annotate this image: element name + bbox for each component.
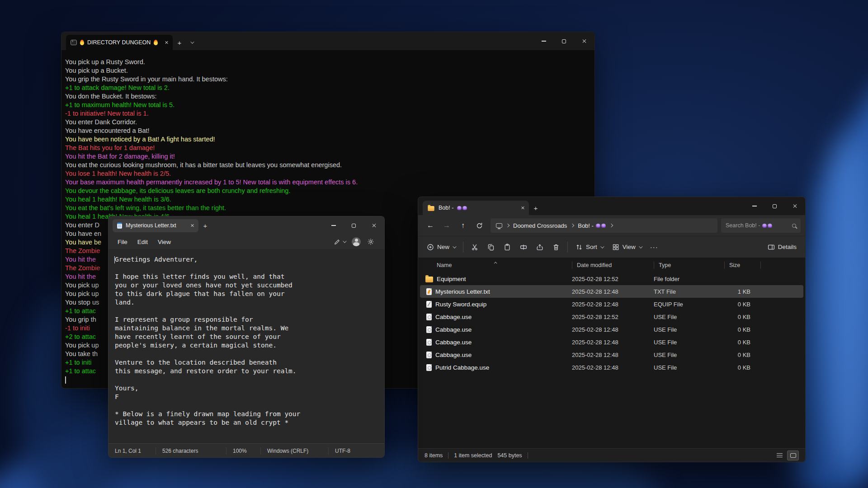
explorer-titlebar: Bob! - + (418, 197, 805, 215)
settings-gear-icon[interactable] (367, 238, 374, 245)
new-button[interactable]: New (423, 240, 459, 254)
file-type: USE File (654, 326, 724, 333)
editor-text: Greetings Adventurer, I hope this letter… (108, 249, 384, 427)
account-icon[interactable] (352, 237, 361, 246)
minimize-button[interactable] (744, 197, 764, 215)
breadcrumb-chevron-icon[interactable] (571, 224, 574, 227)
notepad-tab[interactable]: Mysterious Letter.txt (113, 219, 198, 232)
terminal-line: You pick up a Bucket. (65, 66, 590, 75)
search-placeholder: Search Bob! - (726, 222, 760, 229)
large-icons-view-toggle[interactable] (787, 450, 799, 460)
zoom-level[interactable]: 100% (226, 447, 260, 455)
terminal-line: You have encountered a Bat! (65, 127, 590, 135)
menu-view[interactable]: View (153, 236, 175, 248)
explorer-app-icon (428, 206, 434, 211)
terminal-line: +1 to attack damage! New total is 2. (65, 84, 590, 92)
new-tab-button[interactable]: + (173, 35, 186, 50)
share-button[interactable] (532, 239, 547, 255)
delete-button[interactable] (548, 239, 564, 255)
cursor-position: Ln 1, Col 1 (108, 447, 156, 455)
this-pc-icon (496, 223, 502, 228)
details-view-toggle[interactable] (774, 450, 785, 460)
monster-emoji-pair (596, 224, 606, 228)
maximize-button[interactable] (344, 216, 364, 235)
breadcrumb-chevron-icon[interactable] (506, 224, 509, 227)
explorer-statusbar: 8 items 1 item selected 545 bytes (418, 448, 805, 462)
file-date-modified: 2025-02-28 12:48 (572, 339, 654, 346)
refresh-button[interactable] (472, 218, 487, 233)
terminal-cursor (65, 376, 66, 384)
file-name: Cabbage.use (435, 326, 472, 333)
terminal-line: You eat the curious looking mushroom, it… (65, 161, 590, 169)
file-name: Rusty Sword.equip (435, 301, 486, 308)
file-row[interactable]: Rusty Sword.equip 2025-02-28 12:48 EQUIP… (420, 298, 803, 310)
close-button[interactable] (574, 32, 594, 50)
copy-button[interactable] (483, 239, 499, 255)
file-name: Putrid Cabbage.use (435, 364, 489, 371)
text-editor[interactable]: Greetings Adventurer, I hope this letter… (108, 249, 384, 443)
view-button[interactable]: View (608, 240, 646, 254)
back-button[interactable]: ← (423, 218, 438, 233)
more-options-button[interactable]: ··· (646, 243, 662, 251)
tab-dropdown-button[interactable] (186, 35, 197, 50)
file-row[interactable]: Putrid Cabbage.use 2025-02-28 12:48 USE … (420, 361, 803, 374)
file-date-modified: 2025-02-28 12:48 (572, 288, 654, 295)
close-button[interactable] (364, 216, 384, 235)
forward-button[interactable]: → (439, 218, 454, 233)
paste-button[interactable] (500, 239, 515, 255)
cut-button[interactable] (467, 239, 482, 255)
column-headers: Name Date modified Type Size (418, 258, 805, 272)
details-pane-button[interactable]: Details (764, 240, 801, 254)
sort-button[interactable]: Sort (571, 240, 607, 254)
explorer-toolbar: New Sort View ··· (418, 236, 805, 258)
file-date-modified: 2025-02-28 12:48 (572, 326, 654, 333)
minimize-button[interactable] (323, 216, 344, 235)
new-tab-button[interactable]: + (529, 201, 542, 215)
file-row[interactable]: Equipment 2025-02-28 12:52 File folder (420, 272, 803, 285)
menu-edit[interactable]: Edit (133, 236, 152, 248)
notepad-menubar: File Edit View (108, 235, 384, 249)
terminal-tab[interactable]: DIRECTORY DUNGEON (66, 35, 173, 50)
file-name: Cabbage.use (435, 339, 472, 346)
file-row[interactable]: Cabbage.use 2025-02-28 12:48 USE File 0 … (420, 323, 803, 336)
column-header-name[interactable]: Name (437, 262, 572, 269)
up-button[interactable]: ↑ (455, 218, 471, 233)
maximize-button[interactable] (554, 32, 574, 50)
breadcrumb-chevron-icon[interactable] (609, 224, 613, 227)
search-input[interactable]: Search Bob! - (721, 218, 801, 233)
rename-button[interactable] (516, 239, 531, 255)
breadcrumb-parent[interactable]: Doomed Crossroads (513, 222, 567, 229)
file-explorer-window: Bob! - + ← → ↑ Doomed Crossroads Bob! - (418, 197, 806, 462)
file-date-modified: 2025-02-28 12:52 (572, 276, 654, 282)
notepad-statusbar: Ln 1, Col 1 526 characters 100% Windows … (108, 443, 384, 458)
maximize-button[interactable] (764, 197, 785, 215)
file-list: Name Date modified Type Size Equipment 2… (418, 258, 805, 387)
file-size: 0 KB (724, 314, 760, 320)
column-header-modified[interactable]: Date modified (572, 262, 654, 269)
terminal-line: You have been noticed by a Bat! A fight … (65, 135, 590, 144)
minimize-button[interactable] (533, 32, 554, 50)
file-row[interactable]: Mysterious Letter.txt 2025-02-28 12:48 T… (420, 285, 803, 298)
terminal-line: You hit the Bat for 2 damage, killing it… (65, 152, 590, 161)
column-header-size[interactable]: Size (724, 262, 760, 269)
terminal-tab-title: DIRECTORY DUNGEON (87, 39, 151, 46)
file-row[interactable]: Cabbage.use 2025-02-28 12:52 USE File 0 … (420, 310, 803, 323)
monster-emoji-pair (762, 224, 772, 228)
column-header-type[interactable]: Type (654, 262, 724, 269)
tab-close-icon[interactable] (521, 206, 524, 210)
tab-close-icon[interactable] (190, 224, 194, 227)
editing-mode-button[interactable] (334, 239, 345, 245)
file-row[interactable]: Cabbage.use 2025-02-28 12:48 USE File 0 … (420, 348, 803, 361)
file-icon (426, 301, 432, 308)
close-button[interactable] (785, 197, 805, 215)
breadcrumb-current[interactable]: Bob! - (578, 222, 606, 229)
file-row[interactable]: Cabbage.use 2025-02-28 12:48 USE File 0 … (420, 336, 803, 348)
explorer-tab[interactable]: Bob! - (423, 201, 529, 215)
terminal-app-icon (71, 40, 77, 45)
file-size: 0 KB (724, 339, 760, 346)
tab-close-icon[interactable] (165, 41, 168, 44)
new-tab-button[interactable]: + (198, 222, 212, 230)
terminal-titlebar: DIRECTORY DUNGEON + (61, 32, 594, 50)
address-bar[interactable]: Doomed Crossroads Bob! - (491, 218, 717, 233)
menu-file[interactable]: File (113, 236, 132, 248)
